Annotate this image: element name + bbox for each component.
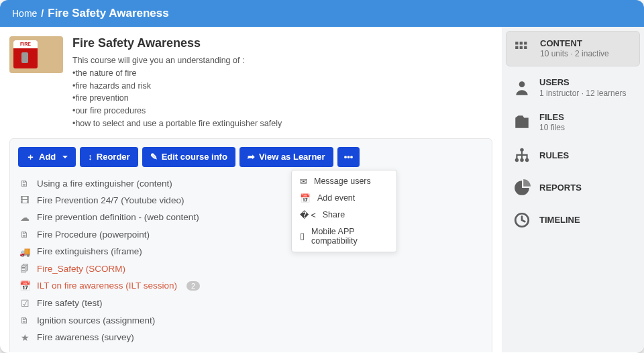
breadcrumb-title: Fire Safety Awareness [48, 7, 168, 20]
unit-item[interactable]: 📅ILT on fire awareness (ILT session)2 [18, 277, 484, 295]
popup-mobile-label: Mobile APP compatibility [311, 227, 388, 246]
truck-icon: 🚚 [19, 246, 30, 257]
sidebar-title: FILES [539, 112, 565, 123]
content-panel: ＋ Add ↕ Reorder ✎ Edit course info ➦ Vie… [9, 138, 492, 353]
unit-label: Fire Prevention 24/7 (Youtube video) [37, 195, 184, 205]
course-title: Fire Safety Awareness [72, 36, 282, 50]
unit-item[interactable]: 🗎Ignition sources (assignment) [18, 312, 484, 329]
svg-point-10 [525, 158, 529, 162]
svg-point-8 [515, 158, 519, 162]
sidebar-item-reports[interactable]: REPORTS [502, 172, 644, 204]
sidebar-sub: 10 units · 2 inactive [540, 49, 609, 59]
reorder-button[interactable]: ↕ Reorder [80, 147, 138, 167]
popup-mobile[interactable]: ▯ Mobile APP compatibility [292, 223, 396, 249]
sidebar-item-content[interactable]: CONTENT10 units · 2 inactive [506, 31, 640, 66]
unit-item[interactable]: 🗎Fire Procedure (powerpoint) [18, 226, 484, 243]
edit-course-button[interactable]: ✎ Edit course info [142, 147, 235, 167]
unit-item[interactable]: ☁Fire prevention definition - (web conte… [18, 209, 484, 226]
add-button[interactable]: ＋ Add [18, 147, 76, 167]
unit-label: ILT on fire awareness (ILT session) [37, 281, 177, 291]
course-thumb-label: FIRE [13, 40, 38, 48]
more-popup: ✉ Message users 📅 Add event � < Share ▯ … [291, 170, 397, 252]
sidebar-title: TIMELINE [539, 215, 580, 225]
course-bullet: •fire prevention [72, 92, 282, 105]
course-bullet: •the nature of fire [72, 67, 282, 80]
unit-label: Fire prevention definition - (web conten… [37, 212, 199, 222]
sidebar-sub: 1 instructor · 12 learners [539, 89, 626, 99]
timeline-icon [513, 211, 531, 230]
star-icon: ★ [19, 332, 30, 343]
unit-item[interactable]: 🚚Fire extinguishers (iframe) [18, 243, 484, 260]
unit-label: Ignition sources (assignment) [37, 315, 155, 325]
sidebar-title: RULES [539, 150, 569, 161]
mobile-icon: ▯ [300, 231, 305, 241]
reorder-icon: ↕ [88, 152, 93, 162]
svg-rect-1 [520, 42, 523, 44]
breadcrumb-sep: / [41, 8, 44, 19]
share-icon: � < [300, 210, 316, 220]
scorm-icon: 🗐 [19, 264, 30, 274]
unit-label: Fire_Safety (SCORM) [37, 264, 125, 274]
course-thumbnail: FIRE [9, 36, 63, 73]
view-as-learner-button[interactable]: ➦ View as Learner [239, 147, 333, 167]
unit-label: Fire extinguishers (iframe) [37, 246, 142, 256]
reorder-label: Reorder [97, 152, 130, 162]
unit-item[interactable]: ☑Fire safety (test) [18, 295, 484, 312]
svg-rect-5 [524, 46, 527, 48]
sidebar-title: USERS [539, 77, 626, 88]
video-icon: 🎞 [19, 195, 30, 205]
svg-point-7 [520, 148, 523, 151]
share-arrow-icon: ➦ [248, 152, 255, 162]
ellipsis-icon: ••• [344, 152, 354, 162]
unit-label: Using a fire extinguisher (content) [37, 179, 172, 189]
unit-item[interactable]: 🎞Fire Prevention 24/7 (Youtube video) [18, 192, 484, 209]
svg-rect-2 [524, 42, 527, 44]
reports-icon [513, 179, 531, 197]
unit-badge: 2 [186, 281, 200, 291]
doc-icon: 🗎 [19, 230, 30, 240]
unit-item[interactable]: ★Fire awareness (survey) [18, 329, 484, 346]
view-label: View as Learner [259, 152, 325, 162]
course-bullets: •the nature of fire•fire hazards and ris… [72, 67, 282, 130]
breadcrumb-home[interactable]: Home [12, 8, 37, 19]
check-icon: ☑ [19, 298, 30, 309]
unit-item[interactable]: 🗐Fire_Safety (SCORM) [18, 260, 484, 277]
sidebar-item-timeline[interactable]: TIMELINE [502, 204, 644, 236]
edit-label: Edit course info [162, 152, 227, 162]
unit-label: Fire safety (test) [37, 298, 103, 308]
files-icon [513, 113, 531, 132]
doc-icon: 🗎 [19, 179, 30, 189]
svg-rect-3 [515, 46, 518, 48]
content-icon [513, 40, 532, 58]
popup-share-label: Share [323, 210, 345, 219]
breadcrumb: Home / Fire Safety Awareness [0, 0, 644, 27]
cloud-icon: ☁ [19, 212, 30, 223]
calendar-icon: 📅 [300, 193, 311, 203]
sidebar: CONTENT10 units · 2 inactiveUSERS1 instr… [502, 27, 644, 352]
page-icon: 🗎 [19, 315, 30, 325]
course-intro: This course will give you an understandi… [72, 54, 282, 67]
popup-message-users[interactable]: ✉ Message users [292, 173, 396, 190]
toolbar: ＋ Add ↕ Reorder ✎ Edit course info ➦ Vie… [18, 147, 484, 167]
popup-share[interactable]: � < Share [292, 207, 396, 223]
svg-rect-0 [515, 42, 518, 44]
sidebar-item-rules[interactable]: RULES [502, 140, 644, 172]
course-header: FIRE Fire Safety Awareness This course w… [9, 36, 492, 130]
svg-point-9 [520, 158, 523, 162]
popup-add-event[interactable]: 📅 Add event [292, 190, 396, 207]
popup-message-users-label: Message users [314, 176, 371, 186]
sidebar-title: CONTENT [540, 38, 609, 49]
sidebar-item-users[interactable]: USERS1 instructor · 12 learners [502, 70, 644, 105]
pencil-icon: ✎ [150, 152, 158, 162]
envelope-icon: ✉ [300, 176, 307, 187]
svg-rect-4 [520, 46, 523, 48]
users-icon [513, 79, 531, 97]
sidebar-item-files[interactable]: FILES10 files [502, 105, 644, 140]
course-bullet: •fire hazards and risk [72, 80, 282, 93]
sidebar-title: REPORTS [539, 183, 582, 193]
add-label: Add [39, 152, 56, 162]
unit-item[interactable]: 🗎Using a fire extinguisher (content) [18, 175, 484, 192]
svg-point-6 [519, 81, 525, 87]
more-button[interactable]: ••• [337, 147, 360, 167]
rules-icon [513, 146, 531, 165]
